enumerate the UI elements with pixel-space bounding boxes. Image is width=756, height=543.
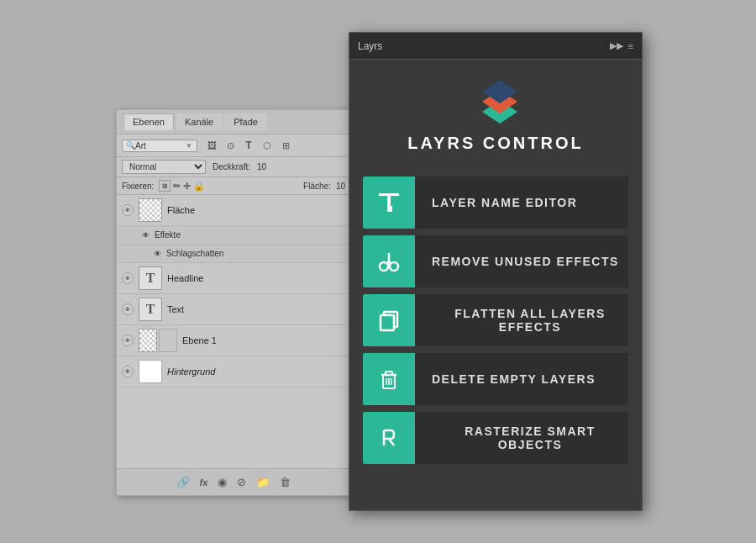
tab-ebenen[interactable]: Ebenen [123, 113, 174, 130]
svg-rect-12 [381, 315, 394, 330]
image-icon[interactable]: 🖼 [204, 138, 219, 153]
svg-rect-5 [391, 206, 392, 212]
layrs-buttons-container: LAYER NAME EDITOR REMOVE UNUSED EFFECTS [349, 170, 642, 510]
opacity-label: Deckkraft: [213, 162, 250, 171]
layer-thumb-ebene1-main [139, 329, 157, 352]
circle-icon[interactable]: ⊙ [223, 138, 238, 153]
svg-rect-15 [386, 372, 392, 375]
flatten-all-layers-icon [363, 294, 415, 346]
trash-icon [375, 366, 402, 393]
fix-label: Fixieren: [122, 182, 154, 191]
layers-list: 👁 Fläche 👁 Effekte 👁 Schlagschatten 👁 T … [117, 195, 350, 387]
text-thumb-headline: T [146, 271, 155, 286]
layer-flaeche[interactable]: 👁 Fläche [117, 195, 350, 226]
smart-icon[interactable]: ⊞ [278, 138, 293, 153]
ps-panel-footer: 🔗 fx ◉ ⊘ 📁 🗑 [117, 468, 350, 495]
layrs-header: LAYRS CONTROL [349, 60, 642, 170]
layer-name-editor-button[interactable]: LAYER NAME EDITOR [363, 177, 628, 229]
effects-label: Effekte [155, 230, 181, 240]
delete-empty-layers-label: DELETE EMPTY LAYERS [415, 372, 596, 386]
layer-name-editor-label: LAYER NAME EDITOR [415, 196, 577, 209]
layrs-panel-title: Layrs [358, 40, 382, 52]
scissors-icon [375, 248, 402, 275]
layrs-logo [470, 80, 521, 122]
layer-name-hintergrund: Hintergrund [167, 366, 215, 377]
remove-unused-effects-label: REMOVE UNUSED EFFECTS [415, 255, 619, 268]
eye-effects[interactable]: 👁 [142, 231, 150, 240]
layer-name-flaeche: Fläche [167, 205, 195, 215]
fix-toolbar: Fixieren: ⊞ ✏ ✛ 🔒 Fläche: 10 [117, 177, 350, 195]
chevron-down-icon: ▼ [186, 142, 192, 150]
fx-icon[interactable]: fx [200, 477, 208, 488]
layer-dropshadow: 👁 Schlagschatten [117, 245, 350, 263]
no-entry-icon[interactable]: ⊘ [237, 476, 246, 488]
search-box[interactable]: 🔍 ▼ [122, 140, 197, 152]
layer-thumb-text: T [139, 298, 162, 321]
layer-headline[interactable]: 👁 T Headline [117, 263, 350, 294]
layer-name-editor-icon [363, 177, 415, 229]
area-label: Fläche: [303, 182, 331, 191]
rasterize-smart-objects-icon [363, 412, 415, 464]
blend-toolbar: Normal Deckkraft: 10 [117, 157, 350, 177]
layer-name-headline: Headline [167, 273, 203, 283]
svg-line-9 [389, 261, 391, 264]
layrs-logo-svg [470, 80, 529, 129]
rasterize-smart-objects-button[interactable]: RASTERIZE SMART OBJECTS [363, 412, 628, 464]
fix-paint-icon[interactable]: ✏ [173, 181, 181, 192]
remove-unused-effects-button[interactable]: REMOVE UNUSED EFFECTS [363, 235, 628, 287]
search-icon: 🔍 [126, 141, 135, 150]
visibility-eye-text[interactable]: 👁 [122, 303, 134, 315]
fix-lock-icon[interactable]: 🔒 [193, 181, 205, 192]
flatten-all-layers-button[interactable]: FLATTEN ALL LAYERS EFFECTS [363, 294, 628, 346]
visibility-eye-headline[interactable]: 👁 [122, 272, 134, 284]
layer-effects: 👁 Effekte [117, 226, 350, 245]
eye-dropshadow[interactable]: 👁 [154, 250, 161, 258]
area-value: 10 [336, 182, 345, 191]
layer-thumb-ebene1-wrap [139, 329, 177, 352]
layer-name-text: Text [167, 304, 184, 314]
delete-icon[interactable]: 🗑 [280, 476, 291, 488]
layer-name-ebene1: Ebene 1 [182, 335, 217, 345]
dropshadow-label: Schlagschatten [166, 249, 223, 258]
forward-icon[interactable]: ▶▶ [610, 40, 623, 51]
layrs-brand-text: LAYRS CONTROL [407, 134, 583, 153]
visibility-eye-hintergrund[interactable]: 👁 [122, 366, 134, 377]
flatten-all-layers-label: FLATTEN ALL LAYERS EFFECTS [415, 307, 628, 334]
smart-object-icon [375, 424, 402, 451]
text-thumb-text: T [146, 302, 155, 317]
remove-unused-effects-icon [363, 235, 415, 287]
delete-empty-layers-icon [363, 353, 415, 405]
tab-pfade[interactable]: Pfade [224, 113, 267, 130]
copy-layers-icon [375, 307, 402, 334]
fix-move-icon[interactable]: ✛ [183, 181, 191, 192]
fix-all-icon[interactable]: ⊞ [159, 180, 171, 192]
layer-thumb-headline: T [139, 266, 162, 290]
text-cursor-icon [375, 189, 402, 216]
type-icon[interactable]: T [241, 138, 256, 153]
search-input[interactable] [135, 141, 186, 150]
photoshop-panel: Ebenen Kanäle Pfade 🔍 ▼ 🖼 ⊙ T ⬡ ⊞ Normal… [116, 109, 351, 496]
new-fill-icon[interactable]: ◉ [218, 476, 227, 488]
rasterize-smart-objects-label: RASTERIZE SMART OBJECTS [415, 424, 628, 451]
layer-thumb-ebene1-mask [159, 329, 177, 352]
link-icon[interactable]: 🔗 [176, 476, 190, 488]
layrs-control-panel: Layrs ▶▶ ≡ LAYRS CONTROL [349, 32, 643, 511]
layer-thumb-flaeche [139, 198, 162, 222]
blend-mode-select[interactable]: Normal [122, 160, 206, 174]
svg-rect-4 [387, 193, 391, 212]
layer-hintergrund[interactable]: 👁 Hintergrund [117, 356, 350, 387]
tab-kanaele[interactable]: Kanäle [176, 113, 223, 130]
visibility-eye-ebene1[interactable]: 👁 [122, 335, 134, 346]
ps-toolbar-icons: 🖼 ⊙ T ⬡ ⊞ [204, 138, 293, 153]
opacity-value: 10 [257, 162, 266, 171]
layer-text[interactable]: 👁 T Text [117, 294, 350, 325]
folder-icon[interactable]: 📁 [256, 476, 270, 488]
shape-icon[interactable]: ⬡ [260, 138, 275, 153]
layrs-title-icons: ▶▶ ≡ [610, 40, 633, 51]
visibility-eye-flaeche[interactable]: 👁 [122, 204, 134, 216]
delete-empty-layers-button[interactable]: DELETE EMPTY LAYERS [363, 353, 628, 405]
layer-ebene1[interactable]: 👁 Ebene 1 [117, 325, 350, 356]
ps-tab-bar: Ebenen Kanäle Pfade [117, 110, 350, 134]
ps-search-bar: 🔍 ▼ 🖼 ⊙ T ⬡ ⊞ [117, 134, 350, 157]
menu-icon[interactable]: ≡ [628, 41, 633, 51]
